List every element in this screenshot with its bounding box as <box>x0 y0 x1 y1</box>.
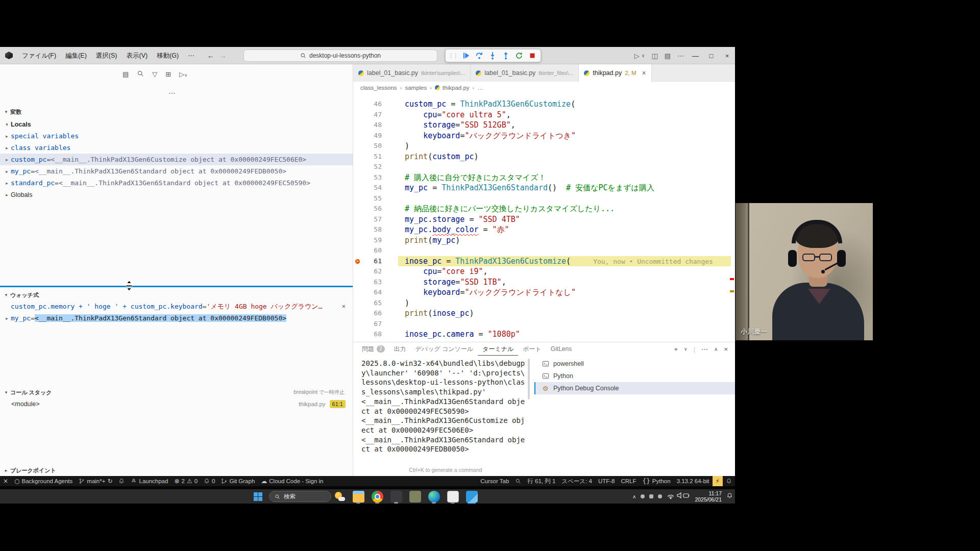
problems[interactable]: ⊗2⚠0 <box>171 476 201 486</box>
editor-tab[interactable]: label_01_basic.pytkinter\samples\... <box>353 64 471 82</box>
more-actions-icon[interactable]: ⋯ <box>701 345 708 353</box>
debug-step-into-button[interactable] <box>486 50 499 61</box>
callstack-section-header[interactable]: ▾ コール スタック breakpoint で一時停止 <box>0 387 353 398</box>
maximize-button[interactable]: □ <box>703 47 719 64</box>
tray-icon[interactable] <box>641 494 645 498</box>
menu-item[interactable]: 表示(V) <box>121 47 152 64</box>
eol[interactable]: CRLF <box>618 476 640 486</box>
taskbar-icon-app-olive[interactable] <box>408 490 422 504</box>
tray-icon[interactable] <box>658 494 662 498</box>
panel-tab[interactable]: GitLens <box>546 342 576 356</box>
back-arrow-icon[interactable]: ← <box>207 52 214 60</box>
panel-tab[interactable]: ポート <box>518 342 546 356</box>
variable-row[interactable]: ▸custom_pc = <__main__.ThinkPadX13Gen6Cu… <box>0 154 353 165</box>
debug-step-out-button[interactable] <box>499 50 512 61</box>
drag-handle[interactable]: ⋮⋮ <box>447 53 459 59</box>
variable-row[interactable]: ▸my_pc = <__main__.ThinkPadX13Gen6Standa… <box>0 165 353 177</box>
menu-item[interactable]: ファイル(F) <box>17 47 61 64</box>
debug-step-over-button[interactable] <box>473 50 486 61</box>
taskbar-icon-edge[interactable] <box>427 490 440 504</box>
filter-icon[interactable]: ▽ <box>152 70 157 78</box>
cloud-code[interactable]: ☁Cloud Code - Sign in <box>258 476 326 486</box>
python-version[interactable]: 3.13.2 64-bit <box>674 476 713 486</box>
taskbar-icon-vscode[interactable] <box>465 490 478 504</box>
start-button[interactable] <box>253 492 262 501</box>
taskbar-search[interactable]: 検索 <box>269 491 331 502</box>
run-icon[interactable]: ▷∨ <box>179 70 187 78</box>
language-mode[interactable]: {}Python <box>640 476 674 486</box>
new-terminal-icon[interactable]: + <box>674 345 678 353</box>
maximize-panel-icon[interactable]: ∧ <box>714 346 718 352</box>
section-resize-sash[interactable] <box>0 286 353 287</box>
taskbar-icon-weather[interactable] <box>333 490 346 504</box>
tray-expand-icon[interactable]: ∧ <box>632 494 636 499</box>
list-icon[interactable]: ▤ <box>122 70 129 78</box>
encoding[interactable]: UTF-8 <box>595 476 618 486</box>
variables-section-header[interactable]: ▾ 変数 <box>0 106 353 117</box>
terminal-list-item[interactable]: Python <box>534 370 735 382</box>
code-editor[interactable]: 46474849505152535455565758596061▶6263646… <box>353 94 735 342</box>
run-dropdown-icon[interactable]: ∨ <box>642 53 645 58</box>
taskbar-clock[interactable]: 11:17 2025/06/21 <box>695 490 722 503</box>
callstack-frame[interactable]: <module>thikpad.py61:1 <box>0 398 353 410</box>
menu-item[interactable]: 選択(S) <box>91 47 122 64</box>
debug-continue-button[interactable] <box>459 50 473 61</box>
debug-stop-button[interactable] <box>526 50 539 61</box>
terminal-scrollbar[interactable] <box>528 359 530 399</box>
panel-tab[interactable]: デバッグ コンソール <box>411 342 478 356</box>
terminal-dropdown-icon[interactable]: ∨ <box>684 346 688 352</box>
scope-globals[interactable]: ▸Globals <box>0 189 353 201</box>
alert[interactable] <box>723 476 735 486</box>
git-graph[interactable]: Git Graph <box>218 476 258 486</box>
breadcrumb-item[interactable]: class_lessons <box>360 85 397 91</box>
close-icon[interactable]: × <box>642 69 646 77</box>
bell-count[interactable]: 0 <box>201 476 218 486</box>
scope-locals[interactable]: ▾Locals <box>0 118 353 130</box>
cursor-position[interactable]: 行 61, 列 1 <box>524 476 558 486</box>
breadcrumb-item[interactable]: … <box>477 85 483 91</box>
network-volume-battery-icons[interactable] <box>667 492 690 501</box>
notification-bell-icon[interactable] <box>726 492 733 501</box>
launchpad[interactable]: Launchpad <box>128 476 171 486</box>
breadcrumb-item[interactable]: thikpad.py <box>435 85 469 91</box>
tray-icon[interactable] <box>649 494 653 498</box>
taskbar-icon-app-light[interactable] <box>446 490 459 504</box>
terminal-list-item[interactable]: ⚙Python Debug Console <box>534 382 735 394</box>
panel-tab[interactable]: ターミナル <box>478 342 518 356</box>
background-agents[interactable]: ○Background Agents <box>11 476 76 486</box>
lightning[interactable]: ⚡ <box>713 476 723 486</box>
watch-row[interactable]: custom_pc.memory + ' hoge ' + custom_pc.… <box>0 300 353 312</box>
taskbar-icon-explorer[interactable] <box>352 490 365 504</box>
terminal-list-item[interactable]: powershell <box>534 358 735 370</box>
grid-icon[interactable]: ⊞ <box>165 70 171 78</box>
taskbar-icon-chrome[interactable] <box>371 490 384 504</box>
breadcrumb-item[interactable]: samples <box>405 85 427 91</box>
variable-row[interactable]: ▸special variables <box>0 130 353 142</box>
breakpoints-section-header[interactable]: ▸ ブレークポイント <box>0 465 353 476</box>
layout-more-icon[interactable]: ⋯ <box>677 52 684 60</box>
command-center-search[interactable]: desktop-ui-lessons-python <box>243 49 437 62</box>
taskbar-icon-app-dark[interactable] <box>389 490 403 504</box>
editor-tab[interactable]: thikpad.py2, M× <box>579 64 652 82</box>
close-button[interactable]: × <box>719 47 735 64</box>
run-button[interactable]: ▷ <box>634 52 640 60</box>
editor-tab[interactable]: label_01_basic.pytkinter_files\... <box>471 64 579 82</box>
more-actions-icon[interactable]: ⋯ <box>168 89 176 97</box>
toggle-panel-icon[interactable]: ▤ <box>665 52 671 60</box>
zoom-indicator[interactable] <box>512 476 524 486</box>
cursor-tab[interactable]: Cursor Tab <box>477 476 512 486</box>
indentation[interactable]: スペース: 4 <box>558 476 595 486</box>
close-panel-icon[interactable]: × <box>724 345 728 353</box>
git-branch[interactable]: main*+↻ <box>76 476 115 486</box>
forward-arrow-icon[interactable]: → <box>219 52 227 60</box>
search-icon[interactable] <box>137 70 144 79</box>
remove-watch-icon[interactable]: × <box>341 303 346 310</box>
menu-item[interactable]: ⋯ <box>183 47 199 64</box>
debug-restart-button[interactable] <box>512 50 526 61</box>
menu-item[interactable]: 編集(E) <box>61 47 91 64</box>
watch-row[interactable]: ▸my_pc = <__main__.ThinkPadX13Gen6Standa… <box>0 312 353 324</box>
panel-tab[interactable]: 問題2 <box>357 342 389 356</box>
variable-row[interactable]: ▸standard_pc = <__main__.ThinkPadX13Gen6… <box>0 177 353 189</box>
menu-item[interactable]: 移動(G) <box>152 47 183 64</box>
panel-tab[interactable]: 出力 <box>389 342 411 356</box>
